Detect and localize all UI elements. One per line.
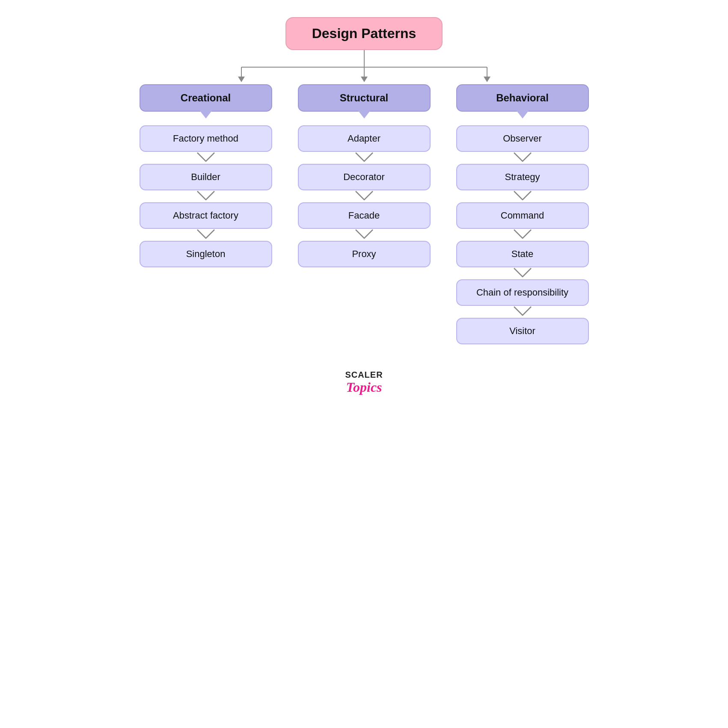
svg-marker-7 bbox=[484, 77, 490, 82]
item-builder: Builder bbox=[140, 164, 272, 190]
item-adapter: Adapter bbox=[298, 125, 431, 152]
item-singleton: Singleton bbox=[140, 241, 272, 267]
chevron-5 bbox=[354, 190, 375, 202]
chevron-1 bbox=[195, 152, 217, 164]
item-observer: Observer bbox=[456, 125, 589, 152]
item-state: State bbox=[456, 241, 589, 267]
item-proxy: Proxy bbox=[298, 241, 431, 267]
item-strategy: Strategy bbox=[456, 164, 589, 190]
footer: SCALER Topics bbox=[345, 370, 383, 395]
diagram-container: Design Patterns Creational bbox=[129, 17, 600, 395]
root-node: Design Patterns bbox=[285, 17, 443, 50]
chevron-4 bbox=[354, 152, 375, 164]
category-creational: Creational bbox=[140, 84, 272, 112]
item-decorator: Decorator bbox=[298, 164, 431, 190]
chevron-10 bbox=[512, 267, 533, 279]
item-chain-of-responsibility: Chain of responsibility bbox=[456, 279, 589, 306]
svg-marker-6 bbox=[361, 77, 368, 82]
branch-connector bbox=[180, 50, 548, 84]
footer-topics-text: Topics bbox=[346, 380, 382, 395]
chevron-3 bbox=[195, 229, 217, 241]
chevron-7 bbox=[512, 152, 533, 164]
svg-marker-5 bbox=[238, 77, 245, 82]
chevron-6 bbox=[354, 229, 375, 241]
column-behavioral: Behavioral Observer Strategy Command Sta… bbox=[456, 84, 589, 344]
item-facade: Facade bbox=[298, 202, 431, 229]
item-factory-method: Factory method bbox=[140, 125, 272, 152]
category-structural: Structural bbox=[298, 84, 431, 112]
item-command: Command bbox=[456, 202, 589, 229]
chevron-2 bbox=[195, 190, 217, 202]
columns-container: Creational Factory method Builder Abstra… bbox=[140, 84, 589, 344]
column-structural: Structural Adapter Decorator Facade Prox… bbox=[298, 84, 431, 267]
column-creational: Creational Factory method Builder Abstra… bbox=[140, 84, 272, 267]
chevron-11 bbox=[512, 306, 533, 318]
footer-scaler-text: SCALER bbox=[345, 370, 383, 380]
item-abstract-factory: Abstract factory bbox=[140, 202, 272, 229]
item-visitor: Visitor bbox=[456, 318, 589, 344]
chevron-9 bbox=[512, 229, 533, 241]
category-behavioral: Behavioral bbox=[456, 84, 589, 112]
chevron-8 bbox=[512, 190, 533, 202]
